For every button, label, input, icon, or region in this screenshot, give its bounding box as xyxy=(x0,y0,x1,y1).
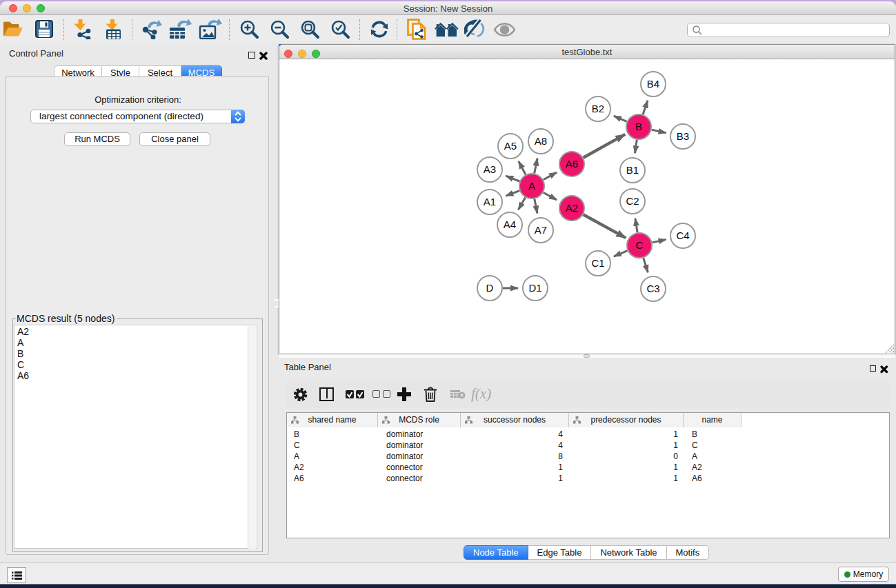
svg-text:A2: A2 xyxy=(566,202,578,214)
svg-text:A: A xyxy=(528,180,535,192)
svg-text:A5: A5 xyxy=(504,140,517,152)
svg-text:D1: D1 xyxy=(528,282,541,294)
svg-text:B3: B3 xyxy=(677,130,689,142)
svg-text:A8: A8 xyxy=(535,135,547,147)
svg-text:B4: B4 xyxy=(647,78,659,90)
svg-text:D: D xyxy=(486,282,494,294)
svg-text:C2: C2 xyxy=(626,195,639,207)
svg-text:A7: A7 xyxy=(535,224,547,236)
svg-text:A4: A4 xyxy=(504,219,516,230)
svg-text:C: C xyxy=(636,239,644,251)
svg-text:A3: A3 xyxy=(484,163,496,175)
svg-text:B1: B1 xyxy=(626,164,639,176)
svg-text:B2: B2 xyxy=(592,103,604,114)
svg-text:C1: C1 xyxy=(591,257,604,269)
svg-text:A6: A6 xyxy=(566,158,578,170)
svg-text:A1: A1 xyxy=(484,196,496,207)
svg-text:C4: C4 xyxy=(676,230,689,241)
svg-text:C3: C3 xyxy=(646,283,659,294)
svg-text:B: B xyxy=(635,121,642,132)
